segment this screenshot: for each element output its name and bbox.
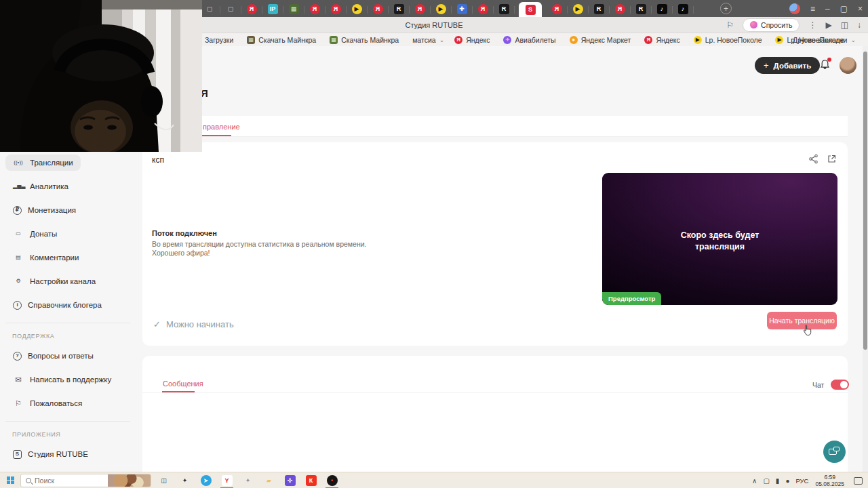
bookmark-minecraft[interactable]: ▦ Скачать Майнкра (247, 36, 319, 44)
clock[interactable]: 6:59 05.08.2025 (815, 474, 844, 487)
browser-ball-icon[interactable]: ● (785, 477, 789, 485)
notification-dot (827, 58, 831, 62)
tab-favicon-video[interactable]: ▶ (572, 3, 584, 16)
tab-favicon-yandex[interactable]: Я (245, 3, 258, 16)
tab-favicon-doc[interactable]: ▢ (203, 3, 216, 16)
bookmark-lp-novoepokolenie[interactable]: ▶ Lp. НовоеПоколе (694, 36, 766, 44)
sidebar-item-report[interactable]: ⚐ Пожаловаться (5, 395, 90, 411)
new-tab-button[interactable]: + (720, 3, 732, 14)
kinopoisk-icon[interactable]: К (304, 474, 317, 487)
tab-favicon-rutube[interactable]: R (593, 3, 605, 16)
music-icon[interactable]: • (326, 474, 338, 487)
yandex-browser-icon[interactable]: Y (220, 474, 233, 487)
share-icon[interactable] (808, 154, 819, 165)
support-chat-button[interactable] (823, 441, 846, 463)
folder-icon[interactable]: ▰ (262, 474, 275, 487)
language-indicator[interactable]: РУС (795, 477, 808, 485)
tab-favicon-tiktok[interactable]: ♪ (656, 3, 668, 16)
minimize-button[interactable]: – (825, 5, 830, 13)
notifications-bell-icon[interactable] (819, 59, 831, 70)
chevron-up-icon[interactable]: ∧ (752, 477, 757, 485)
bookmark-minecraft[interactable]: ▦ Скачать Майнкра (330, 36, 402, 44)
status-title: Поток подключен (152, 229, 450, 237)
taskview-icon[interactable]: ◫ (157, 474, 170, 487)
bookmark-yandex[interactable]: Я Яндекс (454, 36, 493, 44)
search-widget-thumbnail[interactable] (108, 474, 151, 487)
notification-center-icon[interactable] (854, 477, 863, 485)
tab-favicon-tiktok[interactable]: ♪ (677, 3, 689, 16)
tab-favicon-yandex[interactable]: Я (551, 3, 563, 16)
webcam-scene (0, 0, 202, 152)
tab-favicon-ip[interactable]: IP (267, 3, 279, 16)
bookmark-folder-matsia[interactable]: матсиа ⌄ (412, 36, 444, 44)
tab-favicon-rutube[interactable]: R (393, 3, 405, 16)
mic-icon[interactable]: ▮ (776, 477, 780, 485)
open-external-icon[interactable] (827, 154, 837, 165)
tab-messages[interactable]: Сообщения (163, 380, 203, 388)
tab-management[interactable]: правление (203, 123, 240, 131)
sidebar-item-analytics[interactable]: ▂▅▃ Аналитика (5, 178, 76, 195)
tab-favicon-yandex[interactable]: Я (477, 3, 489, 16)
gestures-icon[interactable]: ◫ (841, 20, 848, 30)
search-input[interactable] (35, 476, 96, 485)
sidebar-item-blogger-guide[interactable]: i Справочник блогера (5, 297, 109, 313)
tab-favicon-yandex[interactable]: Я (372, 3, 384, 16)
bookmark-yandex-market[interactable]: ● Яндекс Маркет (570, 36, 635, 44)
sidebar-item-monetization[interactable]: ₽ Монетизация (5, 202, 83, 218)
bookmark-icon[interactable]: ⚐ (726, 20, 734, 30)
tab-favicon-doc[interactable]: ▢ (224, 3, 237, 16)
tab-favicon-image[interactable]: ▦ (288, 3, 300, 16)
tab-favicon-video[interactable]: ▶ (351, 3, 363, 16)
tab-favicon-video[interactable]: ▶ (435, 3, 447, 16)
tab-favicon-rutube[interactable]: R (635, 3, 647, 16)
analytics-icon: ▂▅▃ (13, 184, 24, 189)
tab-favicon-yandex[interactable]: Я (309, 3, 321, 16)
start-button[interactable] (7, 476, 15, 485)
maximize-button[interactable]: ▢ (840, 5, 848, 13)
tab-favicon-yandex[interactable]: Я (330, 3, 342, 16)
sidebar-item-comments[interactable]: ▤ Комментарии (5, 249, 86, 266)
wallet-icon: ▭ (13, 231, 24, 237)
sidebar-item-write-support[interactable]: ✉ Написать в поддержку (5, 371, 119, 388)
sidebar-item-channel-settings[interactable]: ⚙ Настройки канала (5, 273, 103, 289)
bookmark-yandex[interactable]: Я Яндекс (644, 36, 683, 44)
other-bookmarks-button[interactable]: Другие закладки ⌄ (793, 36, 856, 44)
sidebar-item-broadcasts[interactable]: ((•)) Трансляции (5, 155, 81, 171)
chat-toggle[interactable] (831, 380, 849, 390)
browser-menu-icon[interactable]: ≡ (810, 5, 815, 13)
ask-icon (750, 21, 757, 28)
tab-favicon-rutube[interactable]: R (498, 3, 510, 16)
scrollbar-thumb[interactable] (863, 52, 867, 350)
display-icon[interactable]: ▢ (763, 477, 769, 485)
sidebar-divider (5, 421, 130, 422)
telegram-icon[interactable]: ➤ (199, 474, 212, 487)
bookmark-downloads[interactable]: Загрузки (205, 36, 237, 44)
ask-button[interactable]: Спросить (743, 18, 800, 32)
game-icon[interactable]: ✜ (283, 474, 296, 487)
tab-active-studio-rutube[interactable]: S (519, 2, 542, 17)
sidebar-item-studio-rutube[interactable]: S Студия RUTUBE (5, 446, 96, 462)
page-scrollbar[interactable] (863, 46, 868, 472)
sidebar-item-donations[interactable]: ▭ Донаты (5, 226, 64, 242)
downloads-icon[interactable]: ↓ (857, 20, 861, 30)
add-button[interactable]: + Добавить (755, 57, 820, 74)
play-panel-icon[interactable]: ▶ (825, 20, 831, 30)
taskbar-apps: ◫ ✦ ➤ Y ✦ ▰ (157, 472, 338, 488)
sidebar-item-faq[interactable]: ? Вопросы и ответы (5, 348, 101, 364)
tab-favicon-shield[interactable]: ✚ (456, 3, 468, 16)
bird-icon[interactable]: ✦ (178, 474, 191, 487)
user-avatar[interactable] (840, 57, 856, 74)
mouse-cursor (802, 324, 813, 339)
bookmark-aviabilety[interactable]: ✈ Авиабилеты (503, 36, 559, 44)
check-icon: ✓ (153, 319, 161, 329)
close-button[interactable]: × (858, 5, 863, 13)
monetization-icon: ₽ (13, 206, 22, 215)
star-icon[interactable]: ✦ (241, 474, 254, 487)
time: 6:59 (824, 474, 835, 481)
taskbar-search[interactable] (20, 474, 151, 487)
mail-icon: ✉ (13, 376, 24, 384)
more-menu-icon[interactable]: ⋮ (808, 20, 816, 30)
tab-favicon-yandex[interactable]: Я (614, 3, 626, 16)
browser-profile-icon[interactable] (789, 3, 800, 14)
tab-favicon-yandex[interactable]: Я (414, 3, 426, 16)
